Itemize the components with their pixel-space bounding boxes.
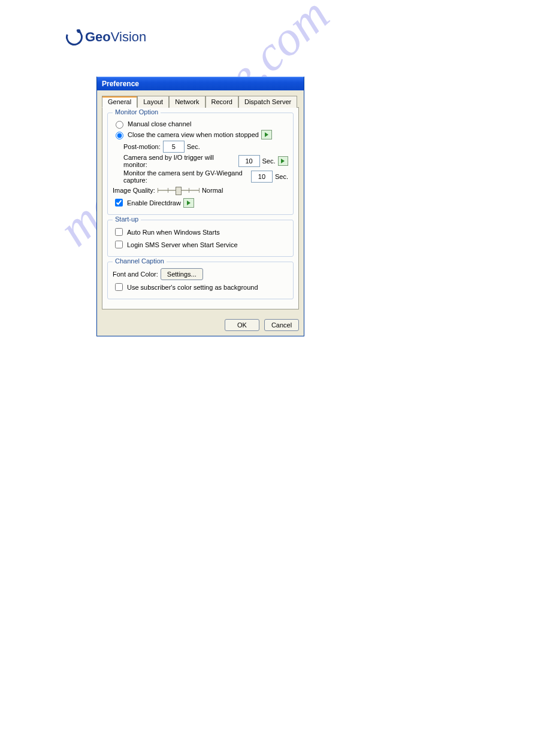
- radio-close-when-motion[interactable]: [116, 132, 123, 139]
- label-io-trigger: Camera send by I/O trigger will monitor:: [123, 154, 236, 168]
- tab-strip: General Layout Network Record Dispatch S…: [102, 95, 299, 108]
- tab-dispatch[interactable]: Dispatch Server: [238, 96, 297, 108]
- svg-marker-0: [265, 132, 268, 137]
- dialog-title: Preference: [97, 77, 304, 90]
- settings-button[interactable]: Settings...: [161, 268, 203, 280]
- svg-marker-1: [281, 159, 285, 163]
- legend-channel-caption: Channel Caption: [113, 257, 167, 265]
- checkbox-auto-run[interactable]: [115, 228, 123, 236]
- label-login-sms: Login SMS Server when Start Service: [127, 241, 238, 248]
- label-auto-run: Auto Run when Windows Starts: [127, 229, 220, 236]
- checkbox-login-sms[interactable]: [115, 241, 123, 248]
- play-icon-io[interactable]: [278, 156, 288, 166]
- label-image-quality-value: Normal: [202, 187, 223, 194]
- play-icon-directdraw[interactable]: [183, 198, 194, 208]
- cancel-button[interactable]: Cancel: [264, 319, 299, 331]
- input-io-trigger[interactable]: [238, 155, 260, 167]
- group-channel-caption: Channel Caption Font and Color: Settings…: [107, 262, 294, 299]
- logo-vision: Vision: [111, 29, 147, 45]
- radio-manual-close[interactable]: [116, 121, 123, 129]
- label-manual-close: Manual close channel: [128, 120, 191, 127]
- checkbox-use-subscriber-color[interactable]: [115, 283, 123, 291]
- slider-image-quality[interactable]: [158, 186, 200, 195]
- tab-layout[interactable]: Layout: [137, 96, 169, 108]
- label-enable-directdraw: Enable Directdraw: [127, 199, 181, 207]
- label-post-motion: Post-motion:: [123, 143, 161, 150]
- svg-marker-2: [187, 201, 191, 205]
- logo-swirl-icon: [63, 26, 85, 48]
- label-wiegand: Monitor the camera sent by GV-Wiegand ca…: [123, 169, 249, 184]
- legend-startup: Start-up: [113, 215, 141, 223]
- label-sec-1: Sec.: [187, 143, 200, 150]
- dialog-button-row: OK Cancel: [97, 314, 304, 336]
- input-wiegand[interactable]: [251, 171, 273, 183]
- group-startup: Start-up Auto Run when Windows Starts Lo…: [107, 220, 294, 257]
- tab-network[interactable]: Network: [169, 96, 205, 108]
- preference-dialog: Preference General Layout Network Record…: [96, 77, 304, 336]
- label-image-quality: Image Quality:: [113, 187, 155, 194]
- label-close-when-motion: Close the camera view when motion stoppe…: [128, 131, 259, 138]
- label-sec-3: Sec.: [275, 173, 288, 180]
- ok-button[interactable]: OK: [225, 319, 259, 331]
- logo-geo: Geo: [85, 29, 111, 45]
- tab-record[interactable]: Record: [205, 96, 238, 108]
- input-post-motion[interactable]: [163, 141, 185, 153]
- group-monitor-option: Monitor Option Manual close channel Clos…: [107, 113, 294, 215]
- label-sec-2: Sec.: [262, 157, 276, 165]
- tab-general[interactable]: General: [102, 96, 137, 108]
- label-use-subscriber-color: Use subscriber's color setting as backgr…: [127, 284, 258, 291]
- brand-logo: GeoVision: [66, 29, 146, 45]
- checkbox-enable-directdraw[interactable]: [115, 199, 123, 207]
- label-font-and-color: Font and Color:: [113, 271, 158, 278]
- play-icon-motion[interactable]: [261, 130, 272, 139]
- legend-monitor-option: Monitor Option: [113, 108, 161, 116]
- tab-page-general: Monitor Option Manual close channel Clos…: [102, 108, 299, 309]
